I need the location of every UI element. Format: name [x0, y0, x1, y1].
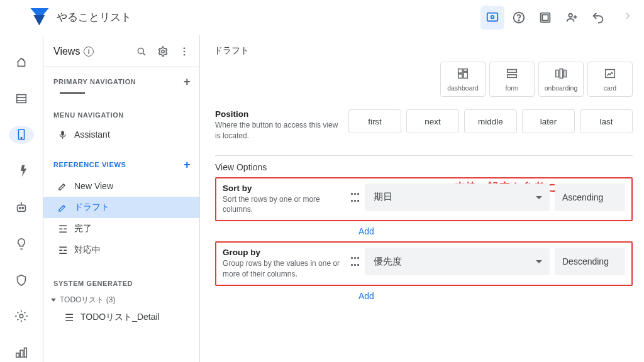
sort-add-button[interactable]: Add — [215, 222, 633, 240]
svg-rect-24 — [464, 72, 467, 78]
grid-button[interactable] — [533, 6, 557, 30]
rail-security[interactable] — [9, 271, 34, 290]
svg-rect-31 — [606, 70, 615, 78]
form-icon — [505, 67, 519, 80]
svg-rect-27 — [508, 75, 517, 78]
svg-point-6 — [569, 13, 572, 16]
share-button[interactable] — [560, 6, 584, 30]
viewtype-card[interactable]: card — [587, 62, 633, 97]
nav-rail — [0, 35, 43, 362]
grid-icon — [538, 11, 552, 25]
rail-data[interactable] — [9, 89, 34, 108]
mic-icon — [57, 129, 68, 140]
svg-rect-28 — [556, 70, 559, 77]
viewtype-onboarding[interactable]: onboarding — [538, 62, 584, 97]
edit-icon — [57, 181, 68, 192]
detail-icon: ☰ — [64, 312, 74, 323]
section-menu-nav: MENU NAVIGATION — [43, 106, 199, 124]
svg-rect-7 — [16, 94, 26, 102]
ref-view-draft[interactable]: ドラフト — [43, 197, 199, 218]
sort-column-select[interactable]: 期日 — [365, 184, 550, 211]
svg-rect-29 — [560, 69, 563, 79]
svg-rect-5 — [542, 14, 548, 20]
add-primary-view[interactable]: + — [184, 76, 191, 87]
svg-point-13 — [19, 315, 23, 319]
row-position: Position Where the button to access this… — [215, 103, 633, 148]
svg-rect-23 — [464, 69, 467, 72]
ref-view-inprogress[interactable]: ☲対応中 — [43, 239, 199, 261]
gear-icon — [157, 46, 169, 57]
rail-views[interactable] — [9, 126, 34, 145]
svg-rect-14 — [16, 353, 19, 357]
svg-point-11 — [19, 207, 20, 209]
ref-view-new[interactable]: New View — [43, 175, 199, 197]
scroll-fragment — [53, 92, 189, 102]
rail-home[interactable] — [9, 53, 34, 72]
redo-button[interactable] — [613, 6, 636, 30]
undo-button[interactable] — [586, 6, 610, 30]
position-middle[interactable]: middle — [464, 109, 517, 133]
sort-order-select[interactable]: Ascending — [555, 184, 625, 211]
svg-rect-10 — [17, 205, 25, 211]
more-vert-icon — [179, 46, 190, 57]
search-icon — [136, 46, 147, 57]
svg-point-9 — [21, 138, 22, 139]
svg-rect-16 — [24, 348, 26, 358]
viewtype-dashboard[interactable]: dashboard — [440, 62, 486, 97]
panel-title: Views — [53, 46, 80, 57]
svg-rect-0 — [487, 13, 498, 21]
panel-more-button[interactable] — [175, 43, 193, 60]
ref-view-done[interactable]: ☲完了 — [43, 218, 199, 239]
card-icon — [603, 67, 617, 80]
system-group-todo[interactable]: TODOリスト (3) — [43, 292, 199, 307]
redo-icon — [618, 11, 631, 25]
panel-settings-button[interactable] — [154, 43, 172, 60]
panel-search-button[interactable] — [133, 43, 150, 60]
rail-settings[interactable] — [9, 307, 34, 326]
svg-point-3 — [518, 19, 519, 20]
position-last[interactable]: last — [580, 109, 633, 133]
views-panel: Views i PRIMARY NAVIGATION+ MENU NAVIGAT… — [43, 35, 200, 362]
system-view-detail[interactable]: ☰TODOリスト_Detail — [43, 307, 199, 328]
breadcrumb: ドラフト — [200, 35, 644, 62]
drag-handle-icon[interactable] — [350, 255, 360, 268]
viewtype-form[interactable]: form — [489, 62, 535, 97]
svg-rect-15 — [20, 350, 23, 357]
position-later[interactable]: later — [522, 109, 575, 133]
view-options-header: View Options — [215, 158, 633, 176]
svg-point-21 — [184, 54, 186, 56]
list-icon: ☲ — [57, 245, 68, 256]
appsheet-logo — [30, 8, 49, 27]
menu-item-assistant[interactable]: Assistant — [43, 124, 199, 145]
group-add-button[interactable]: Add — [215, 287, 633, 305]
section-system-generated: SYSTEM GENERATED — [43, 275, 199, 292]
rail-intelligence[interactable] — [9, 234, 34, 253]
list-icon: ☲ — [57, 224, 68, 234]
section-reference-views: REFERENCE VIEWS+ — [43, 154, 199, 175]
onboarding-icon — [554, 67, 568, 80]
svg-point-18 — [162, 50, 165, 53]
svg-rect-26 — [508, 70, 517, 73]
preview-button[interactable] — [480, 6, 504, 30]
group-by-box: Group by Group rows by the values in one… — [215, 241, 633, 286]
help-button[interactable] — [507, 6, 531, 30]
edit-icon — [57, 202, 68, 213]
position-first[interactable]: first — [348, 109, 401, 133]
drag-handle-icon[interactable] — [350, 191, 360, 204]
rail-manage[interactable] — [9, 343, 34, 362]
info-icon[interactable]: i — [84, 47, 94, 57]
add-reference-view[interactable]: + — [184, 159, 191, 170]
rail-actions[interactable] — [9, 162, 34, 180]
rail-automation[interactable] — [9, 198, 34, 217]
group-column-select[interactable]: 優先度 — [365, 248, 550, 275]
group-order-select[interactable]: Descending — [555, 248, 625, 275]
svg-rect-22 — [458, 69, 462, 73]
section-primary-nav: PRIMARY NAVIGATION+ — [43, 71, 199, 92]
caret-down-icon — [51, 299, 56, 302]
position-next[interactable]: next — [406, 109, 459, 133]
svg-point-12 — [22, 207, 23, 209]
svg-rect-30 — [564, 70, 567, 77]
undo-icon — [591, 11, 605, 25]
svg-point-20 — [184, 51, 186, 53]
person-add-icon — [565, 11, 579, 25]
